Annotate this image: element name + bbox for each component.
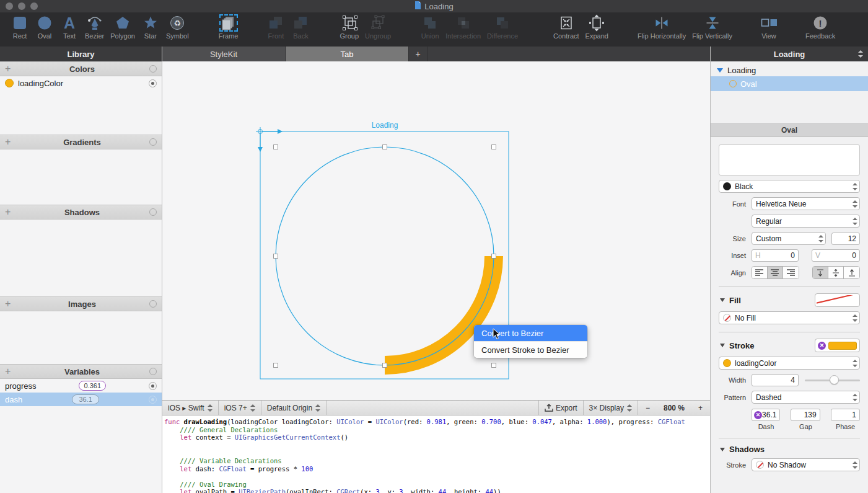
frame-rect[interactable]: [260, 131, 509, 379]
tool-flip-vertically[interactable]: Flip Vertically: [689, 14, 735, 40]
code-option-dropdown-ios-swift[interactable]: iOS ▸ Swift: [162, 401, 219, 415]
stroke-width-slider[interactable]: [805, 375, 860, 385]
tool-symbol[interactable]: ♻Symbol: [163, 14, 192, 40]
gap-field[interactable]: 139: [791, 409, 820, 421]
stroke-disclosure-triangle[interactable]: [720, 344, 725, 347]
feedback-icon: !: [811, 14, 830, 32]
inset-v-field[interactable]: V 0: [812, 249, 860, 262]
section-radio-icon[interactable]: [149, 65, 157, 73]
add-icon[interactable]: +: [5, 138, 15, 146]
phase-field[interactable]: 1: [831, 409, 860, 421]
tool-label: Text: [63, 32, 76, 40]
disclosure-triangle-icon[interactable]: [717, 68, 723, 73]
tab-stylekit[interactable]: StyleKit: [162, 47, 286, 61]
radio-icon[interactable]: [149, 382, 157, 390]
tool-expand[interactable]: Expand: [582, 14, 612, 40]
section-body: loadingColor: [0, 76, 162, 135]
tool-rect[interactable]: Rect: [7, 14, 32, 40]
origin-marker[interactable]: [256, 127, 283, 152]
slider-thumb[interactable]: [830, 375, 839, 384]
size-mode-dropdown[interactable]: Custom: [752, 232, 826, 245]
tool-intersection: Intersection: [442, 14, 484, 40]
tool-frame[interactable]: Frame: [216, 14, 242, 40]
align-left-button[interactable]: [752, 267, 768, 278]
add-icon[interactable]: +: [5, 300, 15, 308]
horizontal-align-segment: [752, 266, 799, 279]
tool-flip-horizontally[interactable]: Flip Horizontally: [634, 14, 689, 40]
menu-item-convert-stroke-to-bezier[interactable]: Convert Stroke to Bezier: [474, 342, 587, 358]
text-color-dropdown[interactable]: Black: [719, 180, 860, 193]
add-icon[interactable]: +: [5, 208, 15, 216]
code-option-dropdown-ios-7-[interactable]: iOS 7+: [219, 401, 261, 415]
display-scale-dropdown[interactable]: 3× Display: [583, 401, 638, 415]
layer-loading[interactable]: Loading: [711, 64, 868, 76]
section-radio-icon[interactable]: [149, 300, 157, 308]
fill-dropdown[interactable]: No Fill: [719, 311, 860, 324]
front-icon: [266, 14, 285, 32]
tool-label: Expand: [585, 32, 608, 40]
tool-bezier[interactable]: Bezier: [82, 14, 107, 40]
frame-label[interactable]: Loading: [372, 121, 398, 130]
tool-oval[interactable]: Oval: [32, 14, 57, 40]
align-center-button[interactable]: [768, 267, 783, 278]
fill-disclosure-triangle[interactable]: [720, 298, 725, 302]
layer-oval[interactable]: Oval: [711, 76, 868, 91]
stroke-pattern-dropdown[interactable]: Dashed: [752, 391, 860, 404]
font-style-dropdown[interactable]: Regular: [752, 215, 860, 228]
valign-middle-button[interactable]: [828, 267, 844, 278]
section-body: [0, 149, 162, 205]
canvas[interactable]: Loading: [162, 61, 710, 400]
tool-group[interactable]: Group: [336, 14, 362, 40]
stroke-swatch-button[interactable]: ✕: [815, 339, 860, 352]
fill-swatch-button[interactable]: [815, 293, 860, 307]
code-option-dropdown-default-origin[interactable]: Default Origin: [261, 401, 327, 415]
add-icon[interactable]: +: [5, 367, 15, 376]
dash-field[interactable]: ✕ 36.1: [752, 409, 780, 421]
code-line: //// Variable Declarations: [164, 457, 710, 465]
tool-polygon[interactable]: Polygon: [107, 14, 138, 40]
section-title: Variables: [15, 367, 149, 376]
code-line: [164, 449, 710, 457]
size-value-field[interactable]: 12: [831, 233, 860, 245]
tool-view[interactable]: View: [756, 14, 781, 40]
code-view[interactable]: func drawLoading(loadingColor loadingCol…: [162, 415, 710, 493]
stroke-width-field[interactable]: 4: [752, 374, 799, 386]
tool-label: Flip Horizontally: [638, 32, 686, 40]
flip-vertical-icon: [703, 14, 722, 32]
radio-icon[interactable]: [149, 396, 157, 404]
tool-text[interactable]: AText: [57, 14, 82, 40]
list-item-loadingColor[interactable]: loadingColor: [0, 76, 162, 90]
item-label: loadingColor: [18, 79, 63, 88]
library-sidebar: Library +ColorsloadingColor+Gradients+Sh…: [0, 47, 162, 493]
align-right-button[interactable]: [783, 267, 799, 278]
vertical-align-segment: [812, 266, 860, 279]
list-item-dash[interactable]: dash36.1: [0, 393, 162, 406]
stepper-icon[interactable]: [857, 50, 863, 58]
section-radio-icon[interactable]: [149, 208, 157, 216]
shadow-dropdown[interactable]: No Shadow: [752, 458, 860, 471]
zoom-in-button[interactable]: +: [698, 404, 703, 412]
section-radio-icon[interactable]: [149, 368, 157, 375]
export-button[interactable]: Export: [538, 401, 583, 415]
union-icon: [421, 14, 439, 32]
valign-top-button[interactable]: [813, 267, 828, 278]
tool-contract[interactable]: Contract: [550, 14, 582, 40]
inset-h-field[interactable]: H 0: [752, 249, 799, 262]
shadows-disclosure-triangle[interactable]: [720, 448, 725, 451]
add-icon[interactable]: +: [5, 64, 15, 73]
tool-star[interactable]: Star: [138, 14, 163, 40]
stepper-icon: [852, 394, 857, 401]
section-radio-icon[interactable]: [149, 138, 157, 146]
inspector-header: Loading: [711, 47, 868, 61]
menu-item-convert-to-bezier[interactable]: Convert to Bezier: [474, 325, 587, 341]
text-content-field[interactable]: [719, 144, 860, 175]
tool-feedback[interactable]: !Feedback: [802, 14, 838, 40]
radio-icon[interactable]: [149, 79, 157, 87]
add-tab-button[interactable]: +: [409, 47, 427, 61]
zoom-out-button[interactable]: −: [646, 404, 650, 412]
tab-tab[interactable]: Tab: [286, 47, 409, 61]
stroke-color-dropdown[interactable]: loadingColor: [719, 357, 860, 370]
font-family-dropdown[interactable]: Helvetica Neue: [752, 197, 860, 210]
valign-bottom-button[interactable]: [844, 267, 859, 278]
list-item-progress[interactable]: progress0.361: [0, 379, 162, 393]
